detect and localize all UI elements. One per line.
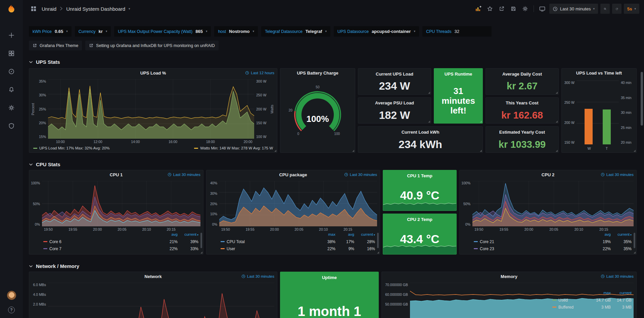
page-scrollbar[interactable] xyxy=(641,72,643,126)
cpu-threads-input[interactable]: 32 xyxy=(454,29,488,34)
panel-cpu-2: CPU 2 Last 30 minutes 100%50%0% 19:5019:… xyxy=(459,170,637,255)
legend-col-current[interactable]: current▾ xyxy=(354,232,375,238)
refresh-button[interactable] xyxy=(612,4,622,14)
legend-scrollbar[interactable] xyxy=(634,233,635,248)
panel-title[interactable]: CPU 2 xyxy=(542,172,554,177)
legend-col-current[interactable]: current▾ xyxy=(611,232,632,238)
series-toggle[interactable]: User xyxy=(221,246,317,251)
series-swatch xyxy=(221,248,225,249)
legend-col-avg[interactable]: avg xyxy=(159,232,178,238)
panel-title[interactable]: Uptime xyxy=(322,275,337,280)
panel-title[interactable]: CPU package xyxy=(279,172,307,177)
legend-item[interactable]: UPS Load Min: 17% Max: 32% Avg: 20% xyxy=(33,146,109,150)
stat-value: 31 minutes left! xyxy=(434,78,482,123)
legend-row: Core 621%39% xyxy=(43,238,198,245)
series-toggle[interactable]: Core 7 xyxy=(43,246,159,251)
breadcrumb-page-title[interactable]: Unraid System Dashboard xyxy=(66,6,125,12)
legend-col-max[interactable]: max xyxy=(592,291,611,297)
stat-value: 1 month 1 xyxy=(280,282,378,318)
link-ups-monitoring-guide[interactable]: Setting up Grafana and InfluxDB for UPS … xyxy=(85,41,219,50)
caret-down-icon: ▾ xyxy=(414,30,415,33)
cycle-view-tv-icon[interactable] xyxy=(538,4,547,13)
variable-currency[interactable]: Currencykr▾ xyxy=(75,26,111,37)
panel-title[interactable]: Estimated Yearly Cost xyxy=(499,130,545,135)
panel-title[interactable]: Memory xyxy=(501,274,517,279)
caret-down-icon: ▾ xyxy=(325,30,327,33)
panel-cpu-1: CPU 1 Last 30 minutes 100%50%0% 19:5019:… xyxy=(29,170,203,255)
panel-title[interactable]: Network xyxy=(144,274,162,279)
network-chart xyxy=(48,283,274,318)
refresh-interval-button[interactable]: 5s ▾ xyxy=(624,4,639,14)
bar xyxy=(603,109,611,145)
series-toggle[interactable]: Core 23 xyxy=(474,246,592,251)
zoom-out-button[interactable] xyxy=(600,4,610,14)
dashboards-icon[interactable] xyxy=(7,49,16,58)
panel-title[interactable]: UPS Battery Charge xyxy=(297,71,338,76)
caret-down-icon[interactable]: ▾ xyxy=(129,7,130,10)
panel-title[interactable]: UPS Load vs Time left xyxy=(576,71,622,76)
panel-title[interactable]: CPU 1 Temp xyxy=(407,173,432,178)
help-icon[interactable]: ? xyxy=(8,307,15,313)
variable-ups-datasource[interactable]: UPS Datasourceapcupsd-container▾ xyxy=(334,26,419,37)
link-grafana-plex-theme[interactable]: Grafana Plex Theme xyxy=(29,41,82,50)
dashboard-settings-gear-icon[interactable] xyxy=(520,4,530,13)
panel-title[interactable]: Current UPS Load xyxy=(376,72,413,77)
dashboard-grid-icon[interactable] xyxy=(29,4,38,13)
series-swatch xyxy=(43,241,47,242)
series-toggle[interactable]: CPU Total xyxy=(221,239,317,244)
bar xyxy=(585,109,593,144)
cpu2-chart: 19:5019:5520:0020:0520:1020:15 xyxy=(472,181,634,226)
create-icon[interactable] xyxy=(7,31,16,40)
variable-kwh-price[interactable]: kWh Price0.65▾ xyxy=(29,26,72,37)
time-picker-button[interactable]: Last 30 minutes ▾ xyxy=(549,4,598,14)
legend-col-max[interactable]: max xyxy=(317,232,335,238)
section-network-memory[interactable]: Network / Memory xyxy=(29,263,637,269)
configuration-gear-icon[interactable] xyxy=(7,103,16,112)
section-ups-stats[interactable]: UPS Stats xyxy=(29,59,637,65)
legend-col-avg[interactable]: avg xyxy=(592,232,611,238)
svg-text:0: 0 xyxy=(297,132,299,136)
stat-value: kr 1033.99 xyxy=(486,136,558,152)
user-avatar[interactable] xyxy=(7,291,16,300)
alerting-bell-icon[interactable] xyxy=(7,85,16,94)
legend-item[interactable]: Watts Min: 148 W Max: 278 W Avg: 175 W xyxy=(194,146,273,150)
star-button[interactable] xyxy=(485,4,495,13)
panel-title[interactable]: UPS Runtime xyxy=(445,72,472,77)
server-admin-shield-icon[interactable] xyxy=(7,121,16,131)
series-swatch xyxy=(552,307,556,308)
legend-scrollbar[interactable] xyxy=(377,233,379,248)
grafana-logo[interactable] xyxy=(6,4,16,15)
add-panel-button[interactable] xyxy=(473,4,483,13)
variable-ups-max-output[interactable]: UPS Max Output Power Capacity (Watt)865▾ xyxy=(114,26,211,37)
series-toggle[interactable]: Used xyxy=(552,298,592,303)
legend-col-current[interactable]: current▾ xyxy=(178,232,198,238)
caret-down-icon: ▾ xyxy=(197,233,198,236)
y-axis-left: 40%30%20%10%0% xyxy=(208,181,219,226)
variable-cpu-threads[interactable]: CPU Threads32 xyxy=(422,26,492,37)
variable-telegraf-datasource[interactable]: Telegraf DatasourceTelegraf▾ xyxy=(261,26,330,37)
legend-col-current[interactable]: current xyxy=(611,291,632,297)
stat-value: 234 W xyxy=(358,78,431,94)
y-axis-left: 300 W250 W200 W150 W xyxy=(564,81,577,144)
series-toggle[interactable]: Core 6 xyxy=(43,239,159,244)
cpu-stats-row: CPU 1 Last 30 minutes 100%50%0% 19:5019:… xyxy=(29,170,637,255)
panel-title[interactable]: CPU 1 xyxy=(110,172,123,177)
series-toggle[interactable]: Buffered xyxy=(552,305,592,310)
series-toggle[interactable]: Core 21 xyxy=(474,239,592,244)
legend-scrollbar[interactable] xyxy=(200,233,202,248)
section-cpu-stats[interactable]: CPU Stats xyxy=(29,162,637,167)
panel-title[interactable]: UPS Load % xyxy=(140,71,166,76)
panel-title[interactable]: Average Daily Cost xyxy=(502,72,542,77)
breadcrumb-app[interactable]: Unraid xyxy=(42,6,56,12)
panel-title[interactable]: Current Load kWh xyxy=(402,130,440,135)
share-button[interactable] xyxy=(497,4,506,13)
panel-title[interactable]: CPU 2 Temp xyxy=(407,217,432,222)
save-button[interactable] xyxy=(509,4,518,13)
legend-col-avg[interactable]: avg xyxy=(335,232,354,238)
variable-host[interactable]: hostNostromo▾ xyxy=(214,26,258,37)
legend: UPS Load Min: 17% Max: 32% Avg: 20% Watt… xyxy=(29,145,277,152)
panel-title[interactable]: This Years Cost xyxy=(506,100,538,105)
series-swatch xyxy=(474,241,478,242)
panel-title[interactable]: Average PSU Load xyxy=(375,100,414,105)
explore-compass-icon[interactable] xyxy=(7,67,16,76)
